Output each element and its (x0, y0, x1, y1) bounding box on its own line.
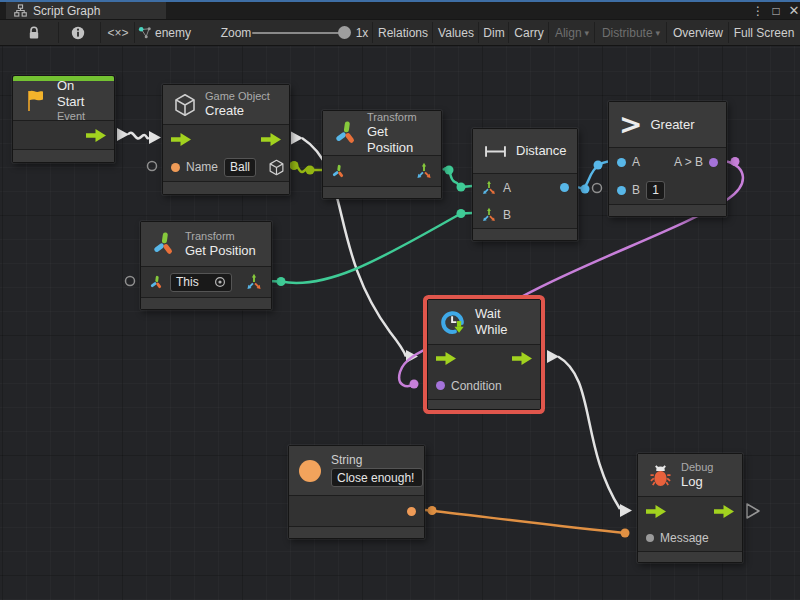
node-footer (13, 149, 114, 162)
control-output-port[interactable] (86, 129, 106, 142)
node-title: Distance (516, 143, 567, 159)
vector3-input-port-b[interactable] (481, 207, 497, 223)
node-title: On Start (57, 78, 104, 110)
greater-output-label: A > B (674, 155, 703, 169)
name-port-label: Name (186, 160, 218, 174)
node-category: Game Object (205, 90, 270, 103)
chevron-down-icon: ▾ (585, 28, 590, 38)
message-input-port[interactable] (646, 534, 654, 542)
b-value-field[interactable]: 1 (646, 181, 665, 200)
zoom-value: 1x (352, 20, 372, 45)
fullscreen-button[interactable]: Full Screen (730, 20, 798, 45)
greater-output-port[interactable] (709, 158, 718, 167)
node-footer (289, 526, 424, 538)
node-footer (609, 204, 726, 216)
node-on-start[interactable]: On Start Event (12, 75, 115, 163)
node-footer (428, 399, 540, 409)
control-output-port[interactable] (714, 505, 734, 518)
vector3-output-port[interactable] (415, 162, 433, 180)
flag-icon (23, 88, 49, 114)
string-output-port[interactable] (407, 507, 416, 516)
node-create[interactable]: Game Object Create Name Ball (162, 84, 290, 195)
control-input-port[interactable] (436, 352, 456, 365)
tab-script-graph[interactable]: Script Graph (6, 2, 166, 19)
node-wait-while[interactable]: Wait While Condition (427, 299, 541, 410)
node-title: Greater (650, 117, 694, 133)
transform-input-port[interactable] (331, 164, 346, 179)
node-footer (473, 228, 577, 240)
node-category: Transform (367, 111, 431, 124)
zoom-slider-handle[interactable] (338, 26, 351, 39)
script-graph-window: Script Graph ⋮ □ ✕ <×> (0, 0, 800, 600)
tab-title: Script Graph (33, 4, 100, 18)
overview-button[interactable]: Overview (668, 20, 728, 45)
node-distance[interactable]: Distance A B (472, 128, 578, 241)
lock-button[interactable] (16, 20, 52, 45)
port-a-label: A (632, 155, 640, 169)
node-title: Create (205, 103, 270, 119)
node-title: Get Position (367, 124, 431, 156)
info-button[interactable] (60, 20, 96, 45)
node-footer (141, 297, 271, 309)
bug-icon (648, 463, 673, 488)
control-output-port[interactable] (512, 352, 532, 365)
node-title: Log (681, 474, 713, 490)
condition-label: Condition (451, 379, 502, 393)
window-close-button[interactable]: ✕ (784, 2, 800, 19)
node-greater[interactable]: > Greater A A > B B 1 (608, 101, 727, 217)
transform-input-port[interactable] (149, 275, 164, 290)
target-value-field[interactable]: This (170, 273, 232, 292)
message-label: Message (660, 531, 709, 545)
transform-icon (333, 120, 359, 146)
dim-button[interactable]: Dim (480, 20, 508, 45)
distance-output-port[interactable] (560, 183, 569, 192)
node-title: String (331, 454, 423, 467)
node-get-position-a[interactable]: Transform Get Position (322, 110, 442, 199)
control-output-port[interactable] (261, 133, 281, 146)
name-input-port[interactable] (171, 163, 180, 172)
node-footer (163, 181, 289, 194)
graph-breadcrumb-icon (138, 26, 152, 40)
greater-b-input-port[interactable] (617, 186, 626, 195)
greater-a-input-port[interactable] (617, 158, 626, 167)
breadcrumb[interactable]: enemy (138, 20, 198, 45)
object-picker-icon[interactable] (214, 276, 226, 288)
node-category: Transform (185, 230, 256, 243)
node-category: Debug (681, 461, 713, 474)
carry-button[interactable]: Carry (510, 20, 548, 45)
distribute-dropdown[interactable]: Distribute▾ (596, 20, 666, 45)
string-value-field[interactable]: Close enough! (331, 468, 423, 487)
game-object-output-port[interactable] (268, 159, 285, 176)
window-maximize-button[interactable]: □ (766, 2, 786, 19)
node-log[interactable]: Debug Log Message (637, 453, 743, 563)
node-footer (323, 186, 441, 198)
string-icon (299, 460, 321, 482)
tab-bar: Script Graph ⋮ □ ✕ (0, 2, 800, 19)
align-dropdown[interactable]: Align▾ (550, 20, 594, 45)
vector3-output-port[interactable] (245, 273, 263, 291)
window-menu-button[interactable]: ⋮ (748, 2, 768, 19)
relations-button[interactable]: Relations (374, 20, 432, 45)
zoom-slider-track[interactable] (252, 32, 340, 34)
wait-clock-icon (438, 308, 467, 337)
node-string[interactable]: String Close enough! (288, 445, 425, 539)
greater-icon: > (619, 111, 642, 139)
control-input-port[interactable] (171, 133, 191, 146)
vector3-input-port-a[interactable] (481, 180, 497, 196)
zoom-label: Zoom (218, 20, 254, 45)
node-get-position-b[interactable]: Transform Get Position This (140, 221, 272, 310)
node-footer (638, 551, 742, 562)
node-subtitle: Event (57, 110, 104, 123)
values-button[interactable]: Values (434, 20, 478, 45)
node-title: Get Position (185, 243, 256, 259)
port-b-label: B (503, 208, 511, 222)
graph-hierarchy-icon (14, 4, 27, 17)
control-input-port[interactable] (646, 505, 666, 518)
distance-icon (483, 143, 508, 160)
condition-input-port[interactable] (436, 381, 445, 390)
transform-icon (151, 231, 177, 257)
name-value-field[interactable]: Ball (224, 158, 256, 177)
port-a-label: A (503, 181, 511, 195)
info-icon (71, 26, 85, 40)
lock-icon (28, 26, 40, 40)
